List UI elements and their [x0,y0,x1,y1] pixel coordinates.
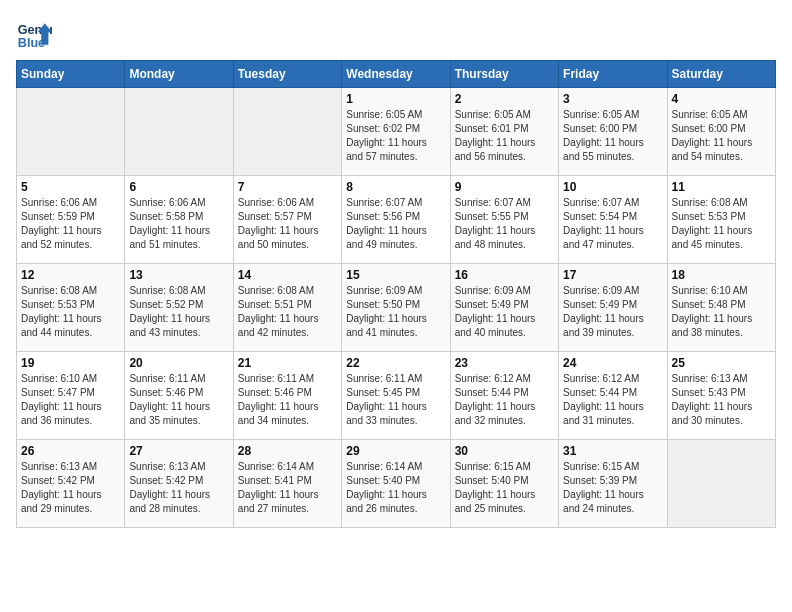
day-number: 20 [129,356,228,370]
day-number: 22 [346,356,445,370]
calendar-cell: 30Sunrise: 6:15 AM Sunset: 5:40 PM Dayli… [450,440,558,528]
calendar-cell: 24Sunrise: 6:12 AM Sunset: 5:44 PM Dayli… [559,352,667,440]
day-info: Sunrise: 6:08 AM Sunset: 5:53 PM Dayligh… [21,284,120,340]
page-header: General Blue [16,16,776,52]
day-info: Sunrise: 6:15 AM Sunset: 5:40 PM Dayligh… [455,460,554,516]
calendar-table: SundayMondayTuesdayWednesdayThursdayFrid… [16,60,776,528]
day-info: Sunrise: 6:12 AM Sunset: 5:44 PM Dayligh… [455,372,554,428]
calendar-cell: 20Sunrise: 6:11 AM Sunset: 5:46 PM Dayli… [125,352,233,440]
day-number: 21 [238,356,337,370]
weekday-row: SundayMondayTuesdayWednesdayThursdayFrid… [17,61,776,88]
calendar-cell: 27Sunrise: 6:13 AM Sunset: 5:42 PM Dayli… [125,440,233,528]
calendar-cell: 1Sunrise: 6:05 AM Sunset: 6:02 PM Daylig… [342,88,450,176]
day-number: 12 [21,268,120,282]
logo-icon: General Blue [16,16,52,52]
day-info: Sunrise: 6:10 AM Sunset: 5:47 PM Dayligh… [21,372,120,428]
day-info: Sunrise: 6:06 AM Sunset: 5:57 PM Dayligh… [238,196,337,252]
calendar-cell: 10Sunrise: 6:07 AM Sunset: 5:54 PM Dayli… [559,176,667,264]
weekday-header-friday: Friday [559,61,667,88]
day-number: 1 [346,92,445,106]
day-info: Sunrise: 6:11 AM Sunset: 5:46 PM Dayligh… [129,372,228,428]
calendar-cell: 9Sunrise: 6:07 AM Sunset: 5:55 PM Daylig… [450,176,558,264]
day-number: 17 [563,268,662,282]
day-info: Sunrise: 6:05 AM Sunset: 6:02 PM Dayligh… [346,108,445,164]
day-info: Sunrise: 6:09 AM Sunset: 5:49 PM Dayligh… [563,284,662,340]
day-info: Sunrise: 6:13 AM Sunset: 5:43 PM Dayligh… [672,372,771,428]
calendar-cell: 3Sunrise: 6:05 AM Sunset: 6:00 PM Daylig… [559,88,667,176]
day-number: 7 [238,180,337,194]
day-info: Sunrise: 6:06 AM Sunset: 5:59 PM Dayligh… [21,196,120,252]
day-info: Sunrise: 6:08 AM Sunset: 5:53 PM Dayligh… [672,196,771,252]
day-number: 6 [129,180,228,194]
day-number: 31 [563,444,662,458]
day-number: 9 [455,180,554,194]
day-info: Sunrise: 6:09 AM Sunset: 5:50 PM Dayligh… [346,284,445,340]
day-info: Sunrise: 6:05 AM Sunset: 6:01 PM Dayligh… [455,108,554,164]
day-number: 2 [455,92,554,106]
calendar-header: SundayMondayTuesdayWednesdayThursdayFrid… [17,61,776,88]
calendar-cell [17,88,125,176]
calendar-cell: 25Sunrise: 6:13 AM Sunset: 5:43 PM Dayli… [667,352,775,440]
calendar-cell: 2Sunrise: 6:05 AM Sunset: 6:01 PM Daylig… [450,88,558,176]
calendar-body: 1Sunrise: 6:05 AM Sunset: 6:02 PM Daylig… [17,88,776,528]
calendar-cell [233,88,341,176]
calendar-week-4: 19Sunrise: 6:10 AM Sunset: 5:47 PM Dayli… [17,352,776,440]
day-info: Sunrise: 6:09 AM Sunset: 5:49 PM Dayligh… [455,284,554,340]
day-info: Sunrise: 6:07 AM Sunset: 5:54 PM Dayligh… [563,196,662,252]
day-number: 3 [563,92,662,106]
svg-text:Blue: Blue [18,36,45,50]
day-number: 30 [455,444,554,458]
calendar-cell: 4Sunrise: 6:05 AM Sunset: 6:00 PM Daylig… [667,88,775,176]
day-info: Sunrise: 6:14 AM Sunset: 5:41 PM Dayligh… [238,460,337,516]
calendar-cell: 22Sunrise: 6:11 AM Sunset: 5:45 PM Dayli… [342,352,450,440]
calendar-cell: 6Sunrise: 6:06 AM Sunset: 5:58 PM Daylig… [125,176,233,264]
calendar-cell [125,88,233,176]
day-info: Sunrise: 6:14 AM Sunset: 5:40 PM Dayligh… [346,460,445,516]
calendar-cell: 15Sunrise: 6:09 AM Sunset: 5:50 PM Dayli… [342,264,450,352]
day-number: 23 [455,356,554,370]
calendar-cell: 19Sunrise: 6:10 AM Sunset: 5:47 PM Dayli… [17,352,125,440]
day-info: Sunrise: 6:15 AM Sunset: 5:39 PM Dayligh… [563,460,662,516]
calendar-week-5: 26Sunrise: 6:13 AM Sunset: 5:42 PM Dayli… [17,440,776,528]
day-info: Sunrise: 6:07 AM Sunset: 5:56 PM Dayligh… [346,196,445,252]
calendar-cell: 31Sunrise: 6:15 AM Sunset: 5:39 PM Dayli… [559,440,667,528]
day-info: Sunrise: 6:05 AM Sunset: 6:00 PM Dayligh… [672,108,771,164]
calendar-cell: 8Sunrise: 6:07 AM Sunset: 5:56 PM Daylig… [342,176,450,264]
day-number: 29 [346,444,445,458]
day-number: 18 [672,268,771,282]
day-number: 10 [563,180,662,194]
weekday-header-sunday: Sunday [17,61,125,88]
weekday-header-saturday: Saturday [667,61,775,88]
day-number: 4 [672,92,771,106]
day-number: 15 [346,268,445,282]
calendar-cell: 18Sunrise: 6:10 AM Sunset: 5:48 PM Dayli… [667,264,775,352]
calendar-cell: 29Sunrise: 6:14 AM Sunset: 5:40 PM Dayli… [342,440,450,528]
day-info: Sunrise: 6:06 AM Sunset: 5:58 PM Dayligh… [129,196,228,252]
day-number: 8 [346,180,445,194]
calendar-cell: 21Sunrise: 6:11 AM Sunset: 5:46 PM Dayli… [233,352,341,440]
calendar-cell: 23Sunrise: 6:12 AM Sunset: 5:44 PM Dayli… [450,352,558,440]
calendar-cell: 5Sunrise: 6:06 AM Sunset: 5:59 PM Daylig… [17,176,125,264]
calendar-cell: 13Sunrise: 6:08 AM Sunset: 5:52 PM Dayli… [125,264,233,352]
day-number: 14 [238,268,337,282]
day-info: Sunrise: 6:12 AM Sunset: 5:44 PM Dayligh… [563,372,662,428]
calendar-cell: 16Sunrise: 6:09 AM Sunset: 5:49 PM Dayli… [450,264,558,352]
calendar-cell: 28Sunrise: 6:14 AM Sunset: 5:41 PM Dayli… [233,440,341,528]
logo: General Blue [16,16,52,52]
day-number: 27 [129,444,228,458]
weekday-header-wednesday: Wednesday [342,61,450,88]
calendar-cell: 12Sunrise: 6:08 AM Sunset: 5:53 PM Dayli… [17,264,125,352]
day-number: 13 [129,268,228,282]
day-info: Sunrise: 6:07 AM Sunset: 5:55 PM Dayligh… [455,196,554,252]
day-info: Sunrise: 6:08 AM Sunset: 5:51 PM Dayligh… [238,284,337,340]
day-number: 11 [672,180,771,194]
day-info: Sunrise: 6:05 AM Sunset: 6:00 PM Dayligh… [563,108,662,164]
calendar-cell: 14Sunrise: 6:08 AM Sunset: 5:51 PM Dayli… [233,264,341,352]
day-info: Sunrise: 6:13 AM Sunset: 5:42 PM Dayligh… [21,460,120,516]
day-number: 25 [672,356,771,370]
calendar-cell: 26Sunrise: 6:13 AM Sunset: 5:42 PM Dayli… [17,440,125,528]
calendar-cell: 7Sunrise: 6:06 AM Sunset: 5:57 PM Daylig… [233,176,341,264]
day-number: 19 [21,356,120,370]
weekday-header-tuesday: Tuesday [233,61,341,88]
calendar-cell [667,440,775,528]
